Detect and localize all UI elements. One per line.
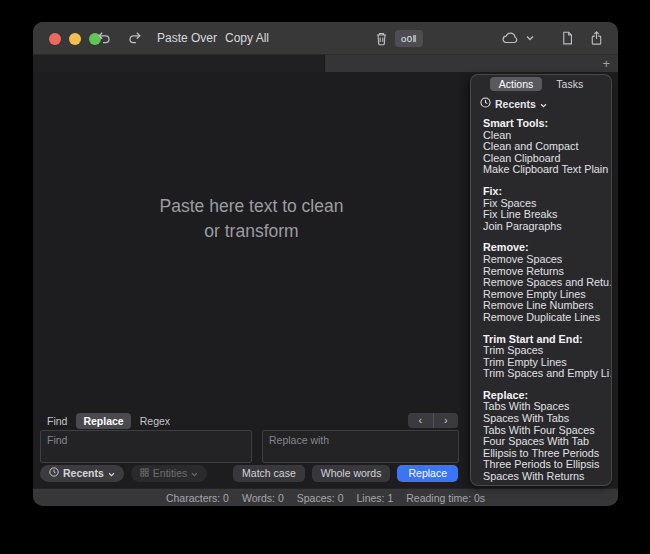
undo-icon (96, 30, 112, 46)
replace-button[interactable]: Replace (397, 465, 458, 482)
entities-label: Entities (153, 467, 187, 479)
traffic-lights (49, 33, 101, 45)
action-item[interactable]: Trim Spaces (483, 345, 611, 357)
match-stepper: ‹ › (408, 413, 458, 428)
find-recents-dropdown[interactable]: Recents (40, 465, 124, 482)
chevron-down-icon (108, 467, 115, 479)
action-group-items: Trim SpacesTrim Empty LinesTrim Spaces a… (483, 345, 611, 380)
content-area: Paste here text to clean or transform Fi… (33, 72, 618, 488)
action-item[interactable]: Spaces With Tabs (483, 413, 611, 425)
status-item: Spaces: 0 (297, 492, 344, 504)
action-group-title: Fix: (483, 186, 611, 198)
actions-panel-tabs: ActionsTasks (471, 75, 611, 93)
entities-icon (140, 467, 149, 479)
find-replace-panel: FindReplaceRegex ‹ › Recents Entities (33, 410, 470, 488)
action-group-items: Remove SpacesRemove ReturnsRemove Spaces… (483, 254, 611, 324)
match-case-toggle[interactable]: Match case (233, 465, 305, 482)
counter-toggle-button[interactable]: o0‖ (395, 30, 423, 47)
cloud-icon (501, 30, 522, 46)
find-mode-tab[interactable]: Replace (76, 413, 130, 429)
action-group-items: Fix SpacesFix Line BreaksJoin Paragraphs (483, 198, 611, 233)
app-window: Paste Over Copy All o0‖ + Paste here tex… (33, 22, 618, 506)
status-item: Words: 0 (242, 492, 284, 504)
icloud-sync-button[interactable] (501, 22, 534, 54)
next-match-button[interactable]: › (434, 413, 459, 428)
share-button[interactable] (589, 22, 604, 54)
document-tab[interactable] (33, 55, 325, 72)
status-item: Characters: 0 (166, 492, 229, 504)
action-item[interactable]: Remove Spaces (483, 254, 611, 266)
chevron-down-icon (191, 467, 198, 479)
action-item[interactable]: Remove Duplicate Lines (483, 312, 611, 324)
chevron-down-icon (540, 98, 547, 110)
find-mode-tab[interactable]: Find (40, 413, 74, 429)
action-group: Fix: Fix SpacesFix Line BreaksJoin Parag… (483, 186, 611, 232)
status-bar: Characters: 0Words: 0Spaces: 0Lines: 1Re… (33, 488, 618, 506)
entities-dropdown[interactable]: Entities (131, 465, 207, 482)
whole-words-toggle[interactable]: Whole words (312, 465, 391, 482)
action-item[interactable]: Fix Line Breaks (483, 209, 611, 221)
find-actions-row: Recents Entities Match case Whole words … (40, 464, 458, 482)
clock-icon (480, 97, 491, 110)
action-item[interactable]: Trim Spaces and Empty Li… (483, 368, 611, 380)
action-group: Remove: Remove SpacesRemove ReturnsRemov… (483, 242, 611, 323)
minimize-window-button[interactable] (69, 33, 81, 45)
find-recents-label: Recents (63, 467, 104, 479)
share-icon (589, 30, 604, 46)
action-item[interactable]: Remove Spaces and Retu… (483, 277, 611, 289)
chevron-down-icon (526, 35, 534, 41)
tab-bar: + (33, 55, 618, 72)
paste-over-button[interactable]: Paste Over (157, 22, 217, 54)
find-input[interactable] (40, 430, 252, 463)
action-group-items: CleanClean and CompactClean ClipboardMak… (483, 130, 611, 176)
new-document-button[interactable] (560, 22, 575, 54)
copy-all-button[interactable]: Copy All (225, 22, 269, 54)
editor-placeholder: Paste here text to clean or transform (33, 194, 470, 244)
actions-recents-dropdown[interactable]: Recents (471, 93, 611, 115)
action-group-title: Smart Tools: (483, 118, 611, 130)
panel-tab[interactable]: Tasks (547, 77, 592, 91)
undo-button[interactable] (96, 22, 112, 54)
action-item[interactable]: Join Paragraphs (483, 221, 611, 233)
action-item[interactable]: Spaces With Returns (483, 471, 611, 483)
toolbar: Paste Over Copy All o0‖ (33, 22, 618, 55)
previous-match-button[interactable]: ‹ (408, 413, 434, 428)
clock-icon (49, 467, 59, 479)
status-item: Lines: 1 (356, 492, 393, 504)
actions-panel: ActionsTasks Recents Smart Tools: CleanC… (470, 74, 612, 486)
action-list: Smart Tools: CleanClean and CompactClean… (471, 115, 611, 485)
action-group-items: Tabs With SpacesSpaces With TabsTabs Wit… (483, 401, 611, 482)
close-window-button[interactable] (49, 33, 61, 45)
actions-recents-label: Recents (495, 98, 536, 110)
redo-icon (127, 30, 143, 46)
editor-placeholder-line1: Paste here text to clean (33, 194, 470, 219)
document-icon (560, 30, 575, 46)
trash-button[interactable] (374, 22, 389, 54)
status-item: Reading time: 0s (406, 492, 485, 504)
trash-icon (374, 31, 389, 46)
find-mode-tabs: FindReplaceRegex (40, 413, 177, 429)
find-mode-tab[interactable]: Regex (133, 413, 177, 429)
action-group: Replace: Tabs With SpacesSpaces With Tab… (483, 390, 611, 483)
editor-area[interactable]: Paste here text to clean or transform Fi… (33, 72, 470, 488)
add-tab-button[interactable]: + (602, 55, 610, 72)
panel-tab[interactable]: Actions (490, 77, 542, 91)
editor-placeholder-line2: or transform (33, 219, 470, 244)
replace-input[interactable] (262, 430, 459, 463)
redo-button[interactable] (127, 22, 143, 54)
action-group: Smart Tools: CleanClean and CompactClean… (483, 118, 611, 176)
action-group: Trim Start and End: Trim SpacesTrim Empt… (483, 334, 611, 380)
action-item[interactable]: Make Clipboard Text Plain (483, 164, 611, 176)
